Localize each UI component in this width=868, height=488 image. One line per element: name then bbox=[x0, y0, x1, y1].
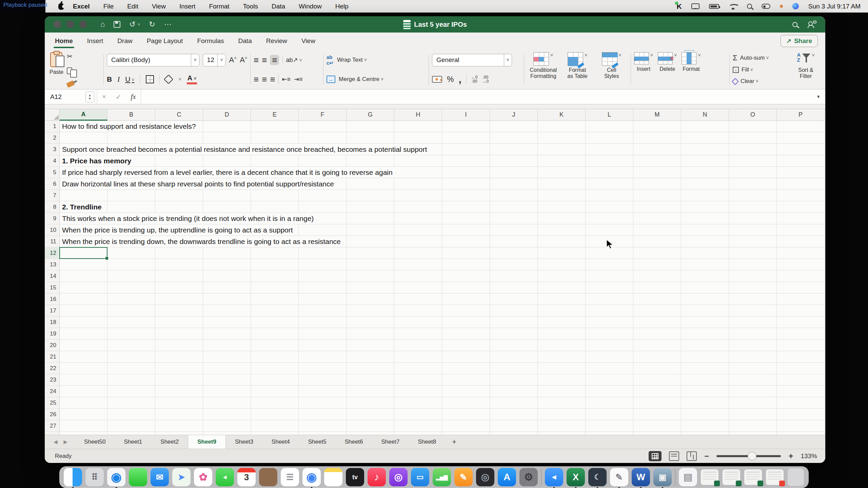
sheet-tab-sheet3[interactable]: Sheet3 bbox=[226, 435, 262, 449]
insert-function-icon[interactable]: fx bbox=[131, 93, 136, 101]
sheet-tab-sheet7[interactable]: Sheet7 bbox=[372, 435, 409, 449]
tab-home[interactable]: Home bbox=[55, 33, 73, 49]
name-box-stepper[interactable]: ▲▼ bbox=[85, 92, 94, 102]
row-cells[interactable] bbox=[60, 420, 825, 432]
dock-minimized-excel-window-1[interactable] bbox=[701, 469, 719, 485]
dock-unknown-dark-camera-app-icon[interactable]: ◎ bbox=[476, 468, 494, 486]
row-cells[interactable] bbox=[60, 432, 825, 435]
dock-music-icon[interactable]: ♪ bbox=[368, 468, 386, 486]
column-header-I[interactable]: I bbox=[442, 109, 490, 121]
column-header-A[interactable]: A bbox=[60, 109, 107, 121]
column-header-L[interactable]: L bbox=[586, 109, 633, 121]
row-cells[interactable]: 1. Price has memory bbox=[60, 155, 825, 167]
prev-sheet-arrow[interactable]: ◀ bbox=[54, 439, 58, 445]
select-all-corner[interactable] bbox=[45, 109, 60, 121]
italic-button[interactable]: I bbox=[117, 75, 120, 84]
font-size-select[interactable]: 12 ˅ bbox=[203, 54, 226, 66]
borders-button[interactable] bbox=[146, 75, 154, 83]
row-cells[interactable] bbox=[60, 374, 825, 386]
wrap-text-button[interactable]: abc↵ Wrap Text bbox=[327, 52, 426, 68]
menu-item-help[interactable]: Help bbox=[335, 3, 349, 10]
display-mirroring-icon[interactable] bbox=[691, 3, 699, 9]
row-number-4[interactable]: 4 bbox=[45, 155, 60, 167]
menu-item-window[interactable]: Window bbox=[299, 3, 322, 10]
row-number-23[interactable]: 23 bbox=[45, 374, 60, 386]
name-box[interactable]: A12 bbox=[45, 89, 85, 104]
dock-calendar-icon[interactable]: 3 bbox=[237, 468, 256, 486]
menu-item-excel[interactable]: Excel bbox=[73, 3, 90, 10]
row-cells[interactable] bbox=[60, 363, 825, 374]
sheet-tab-sheet8[interactable]: Sheet8 bbox=[409, 435, 445, 449]
cut-icon[interactable]: ✂ bbox=[67, 53, 74, 60]
dock-app-store-icon[interactable]: A bbox=[498, 468, 516, 486]
column-header-C[interactable]: C bbox=[155, 109, 203, 121]
menu-item-file[interactable]: File bbox=[103, 3, 114, 10]
row-number-5[interactable]: 5 bbox=[45, 167, 60, 178]
search-icon[interactable] bbox=[792, 22, 797, 27]
align-center-button[interactable]: ≡ bbox=[262, 75, 267, 84]
formula-bar-expand-icon[interactable]: ▼ bbox=[816, 94, 821, 99]
dock-notes-icon[interactable] bbox=[324, 468, 342, 486]
row-number-27[interactable]: 27 bbox=[45, 420, 60, 432]
tab-review[interactable]: Review bbox=[266, 33, 287, 49]
decrease-indent-button[interactable]: ⇤≡ bbox=[282, 76, 291, 83]
column-header-J[interactable]: J bbox=[490, 109, 538, 121]
increase-decimal-button[interactable]: ←0 .00 bbox=[471, 75, 478, 83]
row-cells[interactable] bbox=[60, 282, 825, 293]
row-cells[interactable] bbox=[60, 328, 825, 340]
row-cells[interactable] bbox=[60, 190, 825, 201]
row-cells[interactable] bbox=[60, 340, 825, 351]
sheet-tab-sheet2[interactable]: Sheet2 bbox=[151, 435, 188, 449]
column-header-E[interactable]: E bbox=[251, 109, 299, 121]
row-number-24[interactable]: 24 bbox=[45, 386, 60, 397]
delete-cells-button[interactable]: × Delete bbox=[658, 52, 677, 87]
dock-excel-icon[interactable]: X bbox=[567, 468, 585, 486]
fill-color-chevron[interactable] bbox=[177, 76, 181, 82]
cancel-icon[interactable]: × bbox=[102, 93, 106, 101]
siri-icon[interactable] bbox=[792, 3, 799, 9]
row-cells[interactable] bbox=[60, 132, 825, 144]
dock-facetime-icon[interactable]: ◄ bbox=[216, 468, 234, 486]
tab-data[interactable]: Data bbox=[238, 33, 252, 49]
zoom-in-button[interactable]: + bbox=[788, 451, 793, 461]
column-header-N[interactable]: N bbox=[681, 109, 729, 121]
zoom-slider-knob[interactable] bbox=[748, 452, 756, 461]
page-break-view-button[interactable] bbox=[687, 451, 697, 461]
dock-minimized-excel-window-2[interactable] bbox=[722, 469, 741, 485]
dock-system-settings-icon[interactable]: ⚙ bbox=[519, 468, 538, 486]
zoom-out-button[interactable]: − bbox=[704, 451, 709, 461]
row-number-20[interactable]: 20 bbox=[45, 340, 60, 351]
row-cells[interactable] bbox=[60, 397, 825, 409]
menu-item-data[interactable]: Data bbox=[272, 3, 285, 10]
column-header-O[interactable]: O bbox=[729, 109, 777, 121]
row-cells[interactable] bbox=[60, 259, 825, 270]
row-number-14[interactable]: 14 bbox=[45, 270, 60, 282]
column-header-F[interactable]: F bbox=[299, 109, 347, 121]
conditional-formatting-button[interactable]: Conditional Formatting bbox=[527, 52, 559, 87]
row-number-18[interactable]: 18 bbox=[45, 317, 60, 328]
row-cells[interactable] bbox=[60, 247, 825, 259]
format-painter-icon[interactable] bbox=[66, 80, 75, 88]
dock-unknown-brown-app-icon[interactable] bbox=[259, 468, 277, 486]
row-number-10[interactable]: 10 bbox=[45, 224, 60, 236]
zoom-window-button[interactable] bbox=[79, 21, 87, 28]
row-cells[interactable] bbox=[60, 409, 825, 420]
control-center-icon[interactable] bbox=[762, 4, 770, 9]
redo-icon[interactable]: ↻ bbox=[149, 21, 155, 28]
next-sheet-arrow[interactable]: ▶ bbox=[64, 439, 68, 445]
row-number-21[interactable]: 21 bbox=[45, 351, 60, 363]
font-name-select[interactable]: Calibri (Body) ˅ bbox=[107, 54, 199, 66]
menubar-clock[interactable]: Sun 3 Jul 9:17 AM bbox=[808, 3, 861, 10]
column-header-H[interactable]: H bbox=[394, 109, 442, 121]
row-number-6[interactable]: 6 bbox=[45, 178, 60, 190]
dock-unknown-reading-app-icon[interactable]: ☾ bbox=[588, 468, 607, 486]
row-cells[interactable]: This works when a stock price is trendin… bbox=[60, 213, 825, 224]
dock-unknown-photo-app-icon[interactable]: ▣ bbox=[653, 468, 672, 486]
dock-launchpad-icon[interactable]: ⠿ bbox=[85, 468, 104, 486]
row-number-16[interactable]: 16 bbox=[45, 293, 60, 305]
dock-apple-tv-icon[interactable]: tv bbox=[346, 468, 364, 486]
sheet-tab-sheet6[interactable]: Sheet6 bbox=[336, 435, 372, 449]
row-cells[interactable]: Support once breached becomes a potentia… bbox=[60, 144, 825, 155]
row-number-22[interactable]: 22 bbox=[45, 363, 60, 374]
orientation-button[interactable]: ab↗ bbox=[286, 56, 302, 64]
